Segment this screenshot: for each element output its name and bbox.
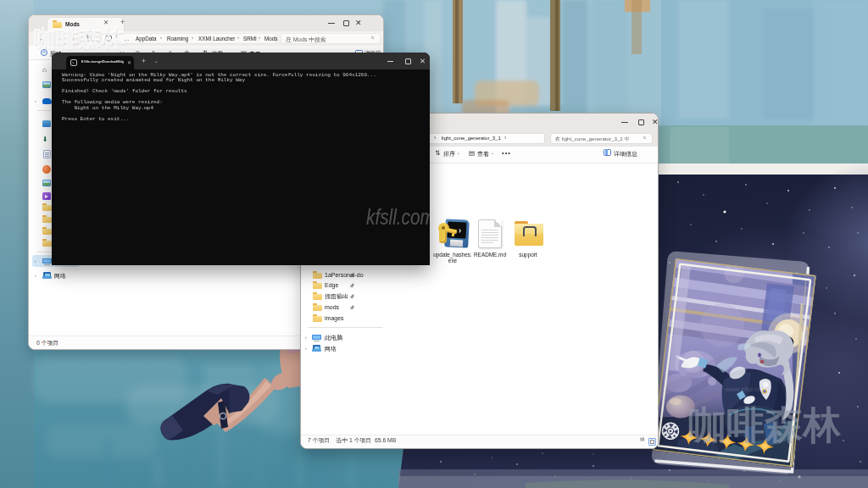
svg-text:www.kfsll.com: www.kfsll.com (725, 385, 768, 393)
